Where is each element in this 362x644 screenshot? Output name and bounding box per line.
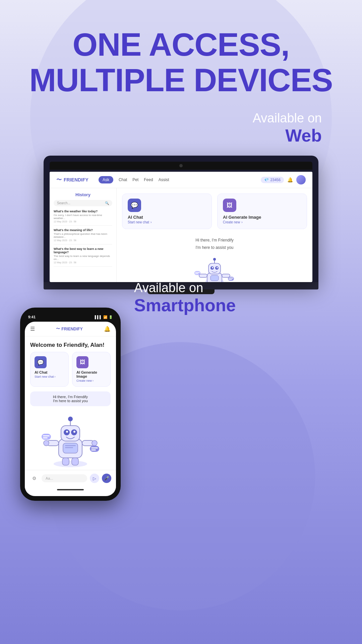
phone-screen: ☰ 〜 FRIENDIFY 🔔 Welcome to Friendify, Al…	[25, 322, 116, 496]
web-card1-title: AI Chat	[128, 215, 206, 220]
phone-arrow1-icon: ›	[55, 375, 56, 378]
svg-point-25	[66, 431, 68, 433]
main-title-line2: MULTIPLE DEVICES	[0, 62, 362, 98]
svg-point-32	[92, 440, 97, 446]
phone-card-ai-image[interactable]: 🖼 AI Generate Image Create new ›	[72, 352, 111, 387]
laptop-container: 〜 FRIENDIFY Ask Chat Pet Feed Assist 💎 2…	[0, 156, 362, 294]
phone-bottom-bar: ⚙ Aa... ▷ 🎤	[25, 470, 116, 486]
ai-image-icon: 🖼	[227, 202, 233, 209]
svg-rect-40	[43, 437, 48, 438]
phone-chat-area: Hi there, I'm Friendify I'm here to assi…	[25, 391, 116, 470]
phone-bell-icon[interactable]: 🔔	[104, 326, 111, 332]
coin-count: 23456	[270, 178, 281, 182]
web-card-ai-image[interactable]: 🖼 AI Generate Image Create new ›	[217, 194, 307, 229]
ai-image-icon-box: 🖼	[223, 199, 236, 212]
history-q-3: What's the best way to learn a new langu…	[54, 247, 112, 254]
phone-card2-sub: Create new ›	[76, 379, 106, 382]
available-smartphone: Available on Smartphone	[121, 281, 342, 342]
coin-badge: 💎 23456	[261, 177, 284, 183]
phone-send-button[interactable]: ▷	[90, 474, 99, 483]
hamburger-icon[interactable]: ☰	[30, 326, 35, 332]
phone-arrow2-icon: ›	[93, 379, 94, 382]
phone-greeting-line1: Hi there, I'm Friendify	[35, 395, 106, 399]
web-main: 💬 AI Chat Start new chat › 🖼	[117, 188, 312, 282]
svg-rect-10	[222, 274, 230, 277]
svg-rect-38	[42, 434, 51, 440]
phone-image-icon: 🖼	[80, 359, 85, 365]
svg-rect-15	[195, 272, 200, 273]
phone-status-icons: ▌▌▌ 📶 🔋	[95, 315, 113, 319]
history-a-3: The best way to learn a new language dep…	[54, 255, 112, 261]
svg-rect-35	[65, 447, 73, 448]
web-nav-links: Ask Chat Pet Feed Assist	[99, 176, 169, 183]
svg-rect-39	[43, 435, 50, 436]
phone-robot-image	[40, 410, 101, 470]
phone-chat-icon: 💬	[37, 359, 44, 366]
available-web-label: Available on Web	[0, 111, 362, 146]
web-logo-text: FRIENDIFY	[64, 177, 88, 182]
history-item-3[interactable]: What's the best way to learn a new langu…	[54, 247, 112, 267]
svg-point-20	[54, 461, 87, 467]
devices-bottom: 9:41 ▌▌▌ 📶 🔋 ☰ 〜 FRIENDIFY 🔔	[0, 281, 362, 501]
web-logo: 〜 FRIENDIFY	[56, 176, 88, 183]
web-card2-sub: Create new ›	[223, 220, 301, 224]
available-label-web: Available on	[0, 111, 322, 125]
nav-ask[interactable]: Ask	[99, 176, 113, 183]
web-robot-image	[194, 253, 235, 282]
phone-ai-image-icon-box: 🖼	[76, 356, 88, 368]
laptop-camera	[179, 164, 183, 167]
battery-icon: 🔋	[109, 315, 113, 319]
svg-rect-43	[91, 449, 96, 450]
phone-ai-chat-icon-box: 💬	[35, 356, 47, 368]
phone-notch-bar: 9:41 ▌▌▌ 📶 🔋	[25, 312, 116, 322]
nav-pet[interactable]: Pet	[132, 177, 138, 182]
search-placeholder: Search...	[57, 201, 70, 205]
svg-rect-11	[210, 275, 219, 281]
history-item-2[interactable]: What's the meaning of life? That's a phi…	[54, 228, 112, 245]
phone-logo: 〜 FRIENDIFY	[56, 326, 82, 332]
home-bar	[57, 489, 84, 490]
svg-point-6	[217, 267, 218, 268]
phone-greeting-line2: I'm here to assist you	[35, 399, 106, 403]
svg-rect-17	[228, 277, 234, 281]
web-content: History Search... 🔍 What's the weather l…	[50, 188, 312, 282]
phone-mic-button[interactable]: 🎤	[102, 474, 111, 483]
web-platform-label: Web	[0, 125, 322, 146]
web-chat-area: Hi there, I'm Friendify I'm here to assi…	[122, 234, 307, 282]
available-label-sm: Available on	[134, 281, 342, 295]
search-bar[interactable]: Search... 🔍	[54, 200, 112, 206]
phone-gear-button[interactable]: ⚙	[29, 474, 39, 483]
web-nav-right: 💎 23456 🔔	[261, 175, 306, 184]
nav-feed[interactable]: Feed	[144, 177, 153, 182]
phone-card1-title: AI Chat	[35, 370, 64, 374]
web-card-ai-chat[interactable]: 💬 AI Chat Start new chat ›	[122, 194, 212, 229]
svg-rect-14	[194, 271, 200, 275]
ai-chat-icon-box: 💬	[128, 199, 141, 212]
phone-card2-title: AI Generate Image	[76, 370, 106, 378]
phone-home-indicator	[25, 486, 116, 493]
smartphone-platform-label: Smartphone	[134, 295, 342, 315]
phone-card-ai-chat[interactable]: 💬 AI Chat Start new chat ›	[30, 352, 69, 387]
avatar[interactable]	[296, 175, 306, 184]
history-q-2: What's the meaning of life?	[54, 228, 112, 232]
phone-mockup: 9:41 ▌▌▌ 📶 🔋 ☰ 〜 FRIENDIFY 🔔	[20, 308, 121, 501]
history-item-1[interactable]: What's the weather like today? I'm sorry…	[54, 210, 112, 226]
bell-icon[interactable]: 🔔	[287, 177, 293, 182]
web-card1-sub: Start new chat ›	[128, 220, 206, 224]
svg-rect-36	[62, 458, 69, 465]
svg-point-8	[213, 258, 216, 261]
nav-chat[interactable]: Chat	[119, 177, 127, 182]
history-a-2: That's a philosophical question that has…	[54, 232, 112, 238]
nav-assist[interactable]: Assist	[159, 177, 169, 182]
history-time-1: 12 May 2023 · 23 : 56	[54, 220, 112, 223]
laptop-screen: 〜 FRIENDIFY Ask Chat Pet Feed Assist 💎 2…	[50, 172, 312, 282]
laptop-outer: 〜 FRIENDIFY Ask Chat Pet Feed Assist 💎 2…	[44, 156, 318, 282]
phone-navbar: ☰ 〜 FRIENDIFY 🔔	[25, 322, 116, 336]
web-greeting-line2: I'm here to assist you	[122, 245, 307, 250]
history-q-1: What's the weather like today?	[54, 210, 112, 213]
phone-cards: 💬 AI Chat Start new chat › 🖼 AI Generate…	[25, 352, 116, 391]
phone-logo-text: FRIENDIFY	[61, 327, 82, 331]
phone-chat-input[interactable]: Aa...	[42, 474, 87, 482]
svg-rect-34	[65, 445, 76, 446]
svg-rect-16	[195, 273, 198, 274]
